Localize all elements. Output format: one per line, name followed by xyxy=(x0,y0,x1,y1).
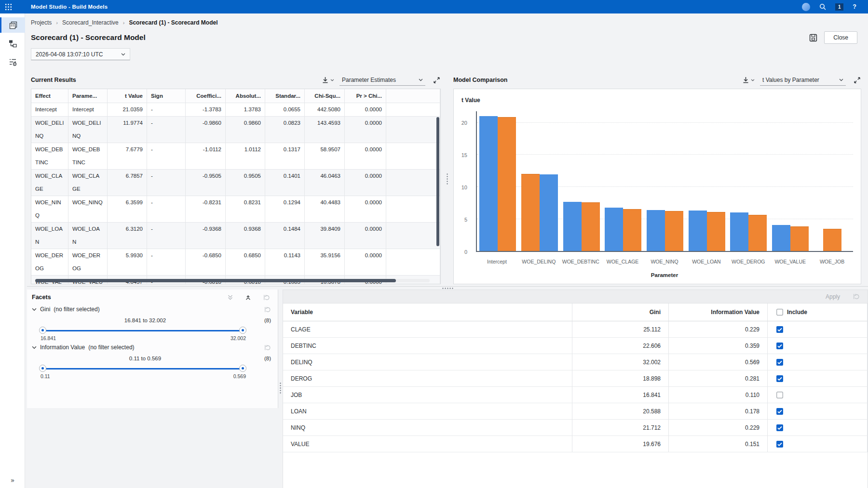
brand-logo-icon[interactable] xyxy=(802,3,810,11)
chevron-down-icon[interactable] xyxy=(32,346,37,349)
bar-WOE_LOAN-current-model[interactable] xyxy=(689,211,707,251)
bar-WOE_DELINQ-comparison-model[interactable] xyxy=(521,174,540,251)
variable-row[interactable]: DEROG18.8980.281 xyxy=(283,370,868,387)
bar-WOE_NINQ-current-model[interactable] xyxy=(647,210,665,251)
bar-WOE_DEBTINC-comparison-model[interactable] xyxy=(582,202,600,251)
collapse-all-facets-icon[interactable] xyxy=(245,294,251,301)
table-cell: 7.6779 xyxy=(108,143,147,170)
bar-WOE_VALUE-current-model[interactable] xyxy=(772,225,790,251)
reset-variables-icon[interactable] xyxy=(853,293,860,300)
sidebar-item-data[interactable] xyxy=(0,17,25,33)
bar-WOE_CLAGE-comparison-model[interactable] xyxy=(623,209,641,251)
table-row[interactable]: WOE_DELINQWOE_DELINQ11.9774--0.98600.986… xyxy=(31,117,440,143)
table-cell: 0.0000 xyxy=(345,143,386,170)
table-cell: 0.6850 xyxy=(226,249,265,276)
snapshot-timestamp-dropdown[interactable]: 2026-04-08 13:07:10 UTC xyxy=(31,48,130,60)
breadcrumb-project[interactable]: Scorecard_Interactive xyxy=(62,19,119,26)
gini-cell: 20.588 xyxy=(572,403,669,420)
table-cell: 0.9368 xyxy=(226,223,265,249)
app-launcher-icon[interactable] xyxy=(0,0,16,13)
table-cell-filler xyxy=(386,196,440,223)
reset-facets-icon[interactable] xyxy=(263,294,270,301)
column-header: Effect xyxy=(31,89,68,103)
gini-cell: 32.002 xyxy=(572,354,669,370)
vertical-scrollbar[interactable] xyxy=(436,117,439,246)
bar-WOE_DEROG-comparison-model[interactable] xyxy=(748,215,767,251)
table-cell: - xyxy=(147,143,186,170)
table-cell: 0.1484 xyxy=(265,223,305,249)
table-cell: 5.9930 xyxy=(108,249,147,276)
variable-row[interactable]: NINQ21.7120.229 xyxy=(283,420,868,436)
variable-row[interactable]: CLAGE25.1120.229 xyxy=(283,321,868,338)
slider-handle-min[interactable] xyxy=(39,365,46,372)
notification-badge[interactable]: 1 xyxy=(835,3,843,11)
snapshot-icon[interactable] xyxy=(808,33,818,43)
slider-handle-max[interactable] xyxy=(239,365,246,372)
bar-WOE_NINQ-comparison-model[interactable] xyxy=(665,211,683,251)
slider-handle-min[interactable] xyxy=(39,327,46,334)
include-checkbox[interactable] xyxy=(776,441,783,448)
close-button[interactable]: Close xyxy=(824,31,857,44)
panel-splitter-vertical[interactable] xyxy=(445,72,449,285)
variable-row[interactable]: VALUE19.6760.151 xyxy=(283,436,868,452)
chevron-down-icon[interactable] xyxy=(32,308,37,311)
include-checkbox[interactable] xyxy=(776,392,783,398)
bar-Intercept-comparison-model[interactable] xyxy=(498,117,516,251)
facet-range-slider[interactable] xyxy=(42,327,243,334)
apply-button[interactable]: Apply xyxy=(826,293,840,300)
search-icon[interactable] xyxy=(819,3,826,10)
bar-WOE_CLAGE-current-model[interactable] xyxy=(605,208,623,251)
table-cell: 0.0000 xyxy=(345,117,386,143)
bar-WOE_DEBTINC-current-model[interactable] xyxy=(563,202,582,251)
variable-row[interactable]: DEBTINC22.6060.359 xyxy=(283,338,868,354)
breadcrumb-projects[interactable]: Projects xyxy=(31,19,52,26)
maximize-icon[interactable] xyxy=(434,77,440,83)
bar-Intercept-current-model[interactable] xyxy=(479,116,498,251)
variable-row[interactable]: JOB16.8410.110 xyxy=(283,387,868,403)
include-checkbox[interactable] xyxy=(776,359,783,366)
bottom-splitter-vertical[interactable] xyxy=(278,290,283,488)
maximize-icon[interactable] xyxy=(854,77,860,83)
bar-WOE_JOB-comparison-model[interactable] xyxy=(823,229,841,251)
axis-tick-label: 20 xyxy=(461,120,467,126)
sidebar-item-settings[interactable] xyxy=(0,54,25,69)
download-icon[interactable] xyxy=(742,76,756,84)
panel-splitter-horizontal[interactable] xyxy=(27,286,868,290)
reset-facet-icon[interactable] xyxy=(264,344,271,351)
include-all-checkbox[interactable] xyxy=(776,309,783,316)
bar-WOE_DELINQ-current-model[interactable] xyxy=(540,174,558,251)
include-checkbox[interactable] xyxy=(776,424,783,431)
variable-row[interactable]: LOAN20.5880.178 xyxy=(283,403,868,420)
expand-rail-button[interactable]: » xyxy=(0,476,25,484)
bar-WOE_VALUE-comparison-model[interactable] xyxy=(790,226,809,251)
include-checkbox[interactable] xyxy=(776,408,783,415)
include-checkbox[interactable] xyxy=(776,343,783,349)
table-row[interactable]: WOE_DEROGWOE_DEROG5.9930--0.68500.68500.… xyxy=(31,249,440,276)
bar-WOE_LOAN-comparison-model[interactable] xyxy=(707,212,725,251)
information-value-cell: 0.110 xyxy=(669,387,768,403)
expand-all-facets-icon[interactable] xyxy=(227,294,233,301)
table-cell-filler xyxy=(386,249,440,276)
horizontal-scrollbar[interactable] xyxy=(35,279,396,282)
facet-range-slider[interactable] xyxy=(42,365,243,372)
help-icon[interactable]: ? xyxy=(853,3,856,10)
table-row[interactable]: InterceptIntercept21.0359--1.37831.37830… xyxy=(31,103,440,117)
comparison-view-dropdown[interactable]: t Values by Parameter xyxy=(760,74,846,86)
include-checkbox[interactable] xyxy=(776,375,783,382)
include-cell xyxy=(768,321,868,338)
variable-row[interactable]: DELINQ32.0020.569 xyxy=(283,354,868,370)
table-row[interactable]: WOE_LOANWOE_LOAN6.3120--0.93680.93680.14… xyxy=(31,223,440,249)
table-row[interactable]: WOE_NINQWOE_NINQ6.3599--0.82310.82310.12… xyxy=(31,196,440,223)
slider-handle-max[interactable] xyxy=(239,327,246,334)
results-view-dropdown[interactable]: Parameter Estimates xyxy=(339,74,425,86)
reset-facet-icon[interactable] xyxy=(264,306,271,313)
bar-group xyxy=(644,111,686,251)
gini-cell: 18.898 xyxy=(572,370,669,387)
download-icon[interactable] xyxy=(321,76,335,84)
include-checkbox[interactable] xyxy=(776,326,783,333)
sidebar-item-pipeline[interactable] xyxy=(0,36,25,51)
table-row[interactable]: WOE_DEBTINCWOE_DEBTINC7.6779--1.01121.01… xyxy=(31,143,440,170)
facet-max-label: 32.002 xyxy=(231,335,246,341)
table-row[interactable]: WOE_CLAGEWOE_CLAGE6.7857--0.95050.95050.… xyxy=(31,170,440,196)
bar-WOE_DEROG-current-model[interactable] xyxy=(730,212,748,251)
